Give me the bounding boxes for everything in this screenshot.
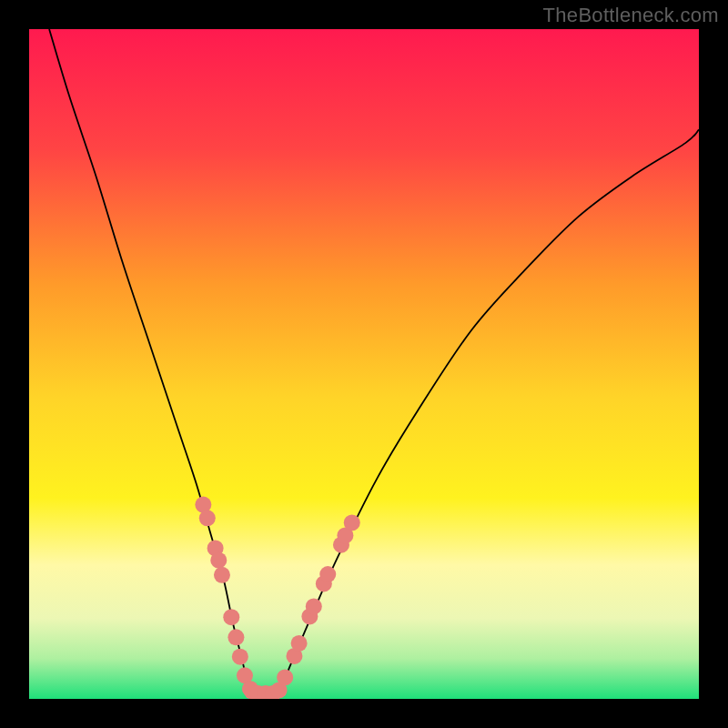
data-marker bbox=[228, 629, 244, 645]
data-marker bbox=[223, 609, 239, 625]
watermark-text: TheBottleneck.com bbox=[543, 4, 719, 27]
data-marker bbox=[306, 598, 322, 614]
data-marker bbox=[291, 635, 308, 652]
data-marker bbox=[232, 649, 248, 665]
data-marker bbox=[319, 566, 336, 582]
data-marker bbox=[344, 514, 360, 531]
data-marker bbox=[210, 552, 227, 569]
chart-outer: TheBottleneck.com bbox=[0, 0, 728, 728]
data-marker bbox=[214, 567, 230, 583]
gradient-background bbox=[29, 29, 699, 699]
data-marker bbox=[277, 669, 293, 685]
data-marker bbox=[199, 510, 216, 526]
plot-area bbox=[29, 29, 699, 699]
chart-svg bbox=[29, 29, 699, 699]
